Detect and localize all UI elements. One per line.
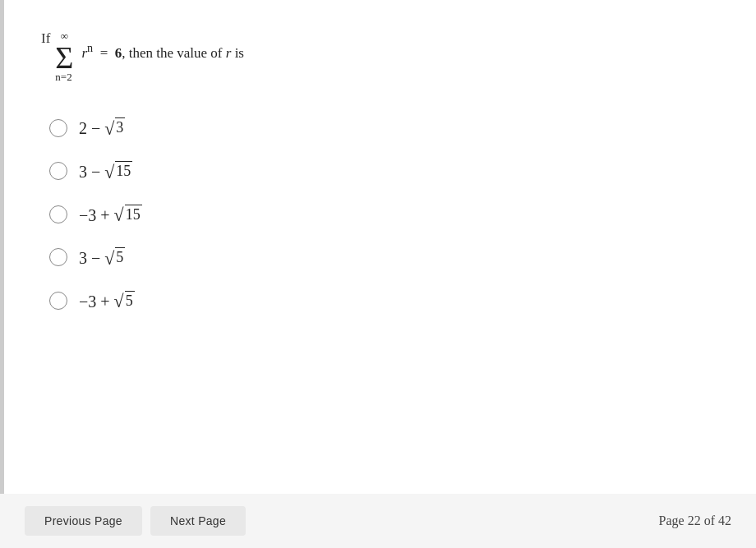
option-c[interactable]: −3 + √15 [49, 205, 723, 225]
option-c-label: −3 + √15 [79, 205, 142, 225]
option-d-label: 3 − √5 [79, 247, 125, 268]
sqrt-15: √15 [104, 161, 132, 181]
sqrt-3: √3 [104, 117, 125, 137]
option-b[interactable]: 3 − √15 [49, 161, 723, 182]
previous-page-button[interactable]: Previous Page [25, 506, 142, 536]
page-container: If ∞ Σ n=2 rn = 6, then the value of r i… [0, 0, 756, 548]
option-e[interactable]: −3 + √5 [49, 291, 723, 311]
option-a-label: 2 − √3 [79, 117, 125, 138]
sigma-lower-bound: n=2 [55, 70, 71, 85]
radio-b[interactable] [49, 162, 67, 180]
next-page-button[interactable]: Next Page [150, 506, 246, 536]
sigma-symbol: Σ [55, 42, 73, 73]
sqrt-5: √5 [104, 247, 125, 267]
question-prefix: If [41, 29, 50, 48]
option-e-label: −3 + √5 [79, 291, 135, 311]
bottom-navigation: Previous Page Next Page Page 22 of 42 [0, 494, 756, 548]
formula-expression: rn = 6, then the value of r is [81, 40, 244, 62]
radio-d[interactable] [49, 248, 67, 266]
sigma-notation: ∞ Σ n=2 [55, 29, 73, 85]
option-a[interactable]: 2 − √3 [49, 117, 723, 138]
radio-c[interactable] [49, 205, 67, 223]
radio-e[interactable] [49, 292, 67, 310]
question-block: If ∞ Σ n=2 rn = 6, then the value of r i… [33, 16, 723, 85]
option-d[interactable]: 3 − √5 [49, 247, 723, 268]
left-accent-bar [0, 0, 4, 548]
page-indicator: Page 22 of 42 [659, 513, 731, 528]
sqrt-15-c: √15 [114, 205, 142, 224]
sqrt-5-e: √5 [114, 291, 135, 311]
options-block: 2 − √3 3 − √15 −3 + √15 3 − √5 [33, 117, 723, 311]
option-b-label: 3 − √15 [79, 161, 132, 182]
radio-a[interactable] [49, 119, 67, 137]
